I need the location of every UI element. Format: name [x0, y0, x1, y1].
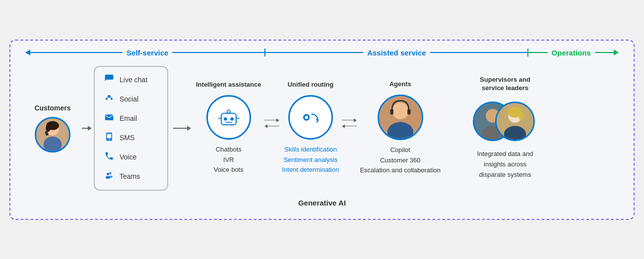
supervisors-desc: Integrated data and insights across disp…	[470, 149, 540, 180]
channels-box: Live chat Social	[94, 66, 168, 191]
customer-avatar	[35, 117, 70, 153]
svg-point-41	[518, 111, 524, 121]
customer-to-channels-arrow	[82, 126, 92, 131]
agents-title: Agents	[389, 80, 411, 89]
ur-to-agents-arrows	[342, 118, 357, 128]
social-icon	[104, 93, 115, 105]
social-label: Social	[120, 95, 138, 103]
svg-point-14	[109, 139, 110, 140]
channel-sms: SMS	[104, 132, 158, 144]
svg-rect-18	[109, 175, 113, 177]
supervisors-title: Supervisors and service leaders	[470, 76, 540, 93]
svg-point-21	[230, 117, 234, 121]
main-content: Customers	[20, 66, 624, 191]
svg-point-3	[46, 124, 50, 132]
channel-email: Email	[104, 112, 158, 125]
live-chat-icon	[104, 74, 115, 86]
self-service-left-arrow	[25, 50, 30, 55]
ia-circle	[206, 95, 251, 140]
supervisors-column: Supervisors and service leaders	[470, 76, 540, 180]
self-service-label: Self-service	[123, 49, 172, 57]
svg-rect-32	[390, 109, 393, 114]
svg-point-28	[305, 115, 308, 119]
voice-label: Voice	[120, 153, 136, 161]
svg-point-20	[224, 117, 227, 121]
supervisor-avatars	[473, 99, 537, 144]
svg-rect-19	[221, 113, 236, 124]
channel-voice: Voice	[104, 151, 158, 163]
bottom-generative-ai-label: Generative AI	[20, 199, 624, 207]
channel-teams: Teams	[104, 170, 158, 183]
svg-rect-33	[407, 109, 411, 114]
supervisor-avatar-2	[495, 102, 535, 141]
agents-column: Agents Copilot Customer 360 Escalation a…	[360, 80, 441, 176]
email-label: Email	[120, 114, 137, 122]
ia-to-ur-arrows	[264, 118, 279, 128]
svg-point-16	[107, 173, 109, 175]
teams-label: Teams	[120, 172, 140, 180]
chatbot-icon	[216, 105, 241, 130]
teams-icon	[104, 170, 115, 183]
ia-title: Intelligent assistance	[196, 81, 261, 89]
assisted-service-label: Assisted service	[363, 49, 430, 57]
sms-label: SMS	[120, 134, 134, 142]
agent-avatar	[378, 95, 423, 140]
sms-icon	[104, 132, 115, 144]
top-bar: Self-service Assisted service Operations	[20, 49, 624, 57]
channel-social: Social	[104, 93, 158, 105]
svg-point-6	[108, 95, 111, 98]
customers-column: Customers	[25, 104, 80, 153]
operations-right-arrow	[614, 50, 619, 55]
agents-desc: Copilot Customer 360 Escalation and coll…	[360, 145, 441, 176]
email-icon	[104, 112, 115, 125]
svg-rect-13	[107, 134, 111, 138]
ia-desc: Chatbots IVR Voice bots	[214, 145, 244, 175]
routing-icon	[298, 105, 323, 130]
live-chat-label: Live chat	[120, 76, 147, 84]
diagram-container: Self-service Assisted service Operations…	[9, 40, 635, 220]
voice-icon	[104, 151, 115, 163]
svg-point-15	[109, 172, 111, 174]
channel-live-chat: Live chat	[104, 74, 158, 86]
customers-label: Customers	[34, 104, 70, 112]
ur-title: Unified routing	[288, 81, 333, 89]
svg-line-9	[107, 97, 108, 98]
customer-avatar-svg	[36, 118, 69, 151]
channels-to-ia-arrow	[173, 126, 191, 131]
intelligent-assistance-column: Intelligent assistance Chatbots IVR	[196, 81, 261, 175]
ur-desc: Skills identification Sentiment analysis…	[282, 145, 339, 175]
self-service-line	[30, 52, 123, 53]
operations-label: Operations	[548, 49, 595, 57]
svg-point-30	[392, 103, 409, 119]
unified-routing-column: Unified routing Skills identification Se…	[282, 81, 339, 175]
svg-rect-11	[105, 114, 114, 120]
ur-circle	[288, 95, 333, 140]
svg-line-10	[111, 97, 111, 98]
